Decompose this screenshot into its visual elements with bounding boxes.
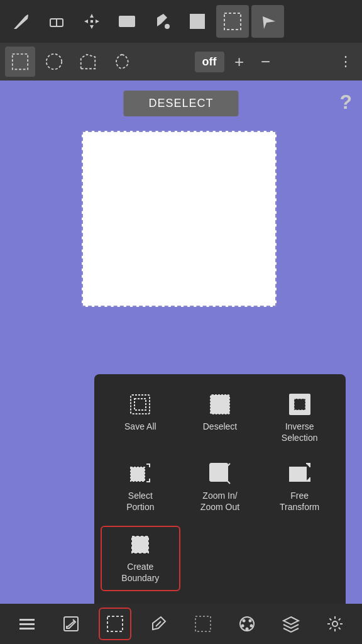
create-boundary-item[interactable]: CreateBoundary [101, 526, 180, 591]
top-toolbar [0, 0, 362, 43]
svg-rect-34 [195, 616, 211, 631]
settings-btn[interactable] [319, 608, 351, 640]
free-transform-label: FreeTransform [280, 490, 319, 513]
svg-rect-9 [190, 14, 205, 29]
arrow-tool-btn[interactable] [251, 5, 284, 38]
palette-btn[interactable] [231, 608, 263, 640]
inverse-selection-label: InverseSelection [282, 421, 318, 443]
polygon-select-btn[interactable] [73, 47, 103, 77]
svg-point-8 [165, 24, 170, 29]
svg-marker-2 [90, 14, 94, 18]
svg-marker-5 [96, 19, 99, 23]
eraser-tool-btn[interactable] [40, 5, 73, 38]
zoom-in-out-item[interactable]: Zoom In/Zoom Out [180, 456, 260, 519]
svg-point-36 [243, 619, 246, 623]
inverse-selection-item[interactable]: InverseSelection [260, 387, 339, 450]
layers-btn[interactable] [275, 608, 307, 640]
minus-btn[interactable]: − [255, 50, 277, 73]
svg-rect-14 [131, 395, 150, 414]
deselect-button[interactable]: DESELECT [123, 91, 238, 116]
zoom-in-out-label: Zoom In/Zoom Out [200, 490, 239, 513]
svg-rect-10 [224, 13, 241, 30]
svg-point-38 [250, 625, 253, 628]
rect-select-btn[interactable] [5, 47, 35, 77]
svg-rect-32 [107, 616, 123, 631]
svg-point-39 [246, 628, 249, 631]
off-label[interactable]: off [195, 52, 224, 72]
svg-rect-6 [90, 20, 93, 23]
free-transform-item[interactable]: FreeTransform [260, 456, 339, 519]
svg-rect-12 [13, 54, 28, 69]
move-tool-btn[interactable] [75, 5, 108, 38]
svg-point-42 [332, 621, 337, 626]
dotted-rect-btn[interactable] [187, 608, 219, 640]
help-button[interactable]: ? [339, 91, 352, 114]
svg-rect-24 [290, 467, 306, 481]
hamburger-btn[interactable] [11, 608, 43, 640]
create-boundary-label: CreateBoundary [121, 561, 159, 584]
select-portion-label: SelectPortion [126, 490, 154, 513]
svg-point-13 [47, 54, 62, 69]
svg-marker-11 [263, 16, 275, 29]
selection-rect-btn[interactable] [99, 608, 131, 640]
svg-rect-19 [294, 399, 305, 410]
pencil-tool-btn[interactable] [5, 5, 38, 38]
more-btn[interactable]: ⋮ [334, 50, 357, 73]
envelope-tool-btn[interactable] [111, 5, 143, 38]
svg-point-37 [249, 619, 252, 623]
second-toolbar: off + − ⋮ [0, 43, 362, 80]
svg-rect-28 [19, 623, 35, 625]
svg-rect-15 [134, 399, 146, 410]
svg-marker-4 [84, 19, 88, 23]
selection-tool-btn[interactable] [216, 5, 249, 38]
svg-rect-29 [19, 628, 35, 630]
fill-tool-btn[interactable] [146, 5, 178, 38]
white-canvas [82, 131, 277, 307]
save-all-label: Save All [124, 421, 156, 432]
save-all-item[interactable]: Save All [101, 387, 180, 450]
eraser-bot-btn[interactable] [143, 608, 175, 640]
select-portion-item[interactable]: SelectPortion [101, 456, 180, 519]
svg-rect-26 [134, 539, 146, 550]
freehand-select-btn[interactable] [107, 47, 137, 77]
context-menu: Save All Deselect InverseSelection Selec… [94, 374, 346, 604]
ellipse-select-btn[interactable] [39, 47, 69, 77]
deselect-item[interactable]: Deselect [180, 387, 260, 450]
edit-btn[interactable] [55, 608, 87, 640]
svg-marker-3 [90, 25, 94, 29]
svg-point-40 [241, 625, 244, 628]
svg-rect-27 [19, 619, 35, 621]
bottom-toolbar [0, 604, 362, 644]
deselect-label: Deselect [203, 421, 237, 432]
plus-btn[interactable]: + [228, 50, 251, 73]
svg-rect-20 [131, 467, 145, 481]
rectangle-tool-btn[interactable] [181, 5, 214, 38]
canvas-area: DESELECT ? Save All Deselect InverseSele… [0, 80, 362, 604]
svg-marker-41 [283, 617, 299, 625]
